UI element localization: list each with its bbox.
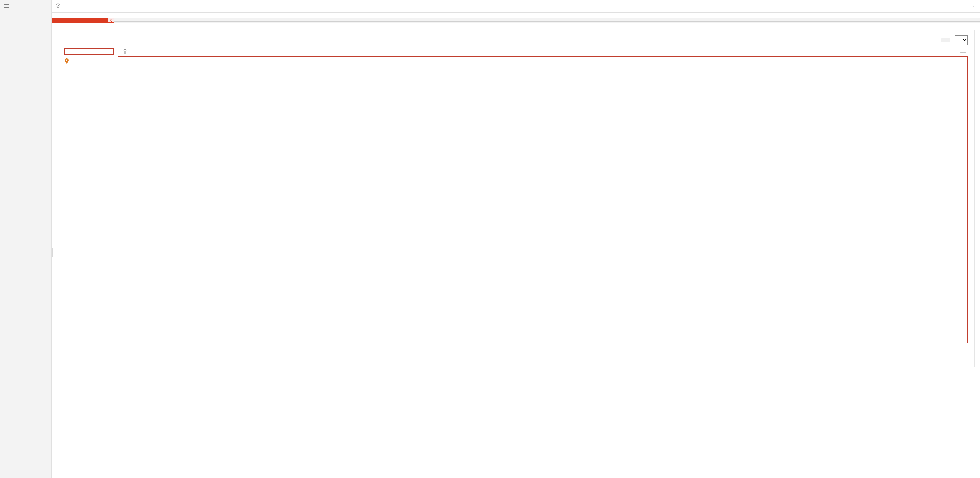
chart-timeline [118, 344, 968, 358]
command-bar: ⋮ [52, 0, 980, 13]
device-readings-panel: ⋯ [57, 30, 975, 368]
hamburger-menu-icon[interactable] [0, 0, 51, 13]
svg-point-1 [66, 60, 67, 61]
business-process-active-stage[interactable] [52, 18, 108, 22]
command-overflow[interactable]: ⋮ [968, 2, 979, 11]
main-content: ⋮ [52, 0, 980, 478]
service-history-toggle[interactable] [64, 55, 114, 64]
business-process-collapse-button[interactable] [108, 18, 114, 22]
date-range-display[interactable] [941, 38, 950, 42]
record-header [52, 13, 980, 18]
svg-point-0 [56, 4, 60, 8]
go-forward-icon[interactable] [53, 1, 63, 11]
pin-icon [65, 58, 68, 64]
sidebar [0, 0, 52, 478]
series-legend [64, 48, 114, 55]
range-select[interactable] [955, 35, 968, 45]
business-process-bar [52, 18, 980, 22]
chart-more-icon[interactable]: ⋯ [960, 48, 966, 56]
layers-icon[interactable] [119, 49, 128, 55]
event-legend [118, 358, 968, 360]
panel-resize-handle[interactable] [52, 248, 53, 257]
form-tabs [52, 22, 980, 26]
chart-area[interactable] [118, 56, 968, 343]
